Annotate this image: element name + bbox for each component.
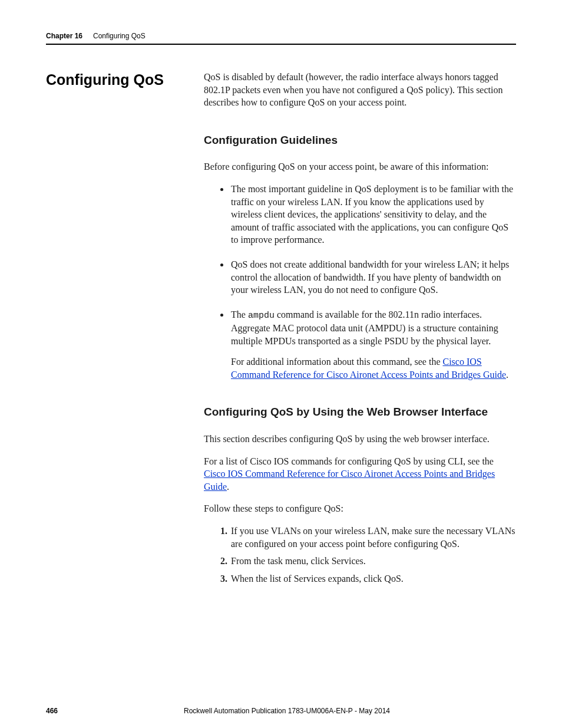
step-text: When the list of Services expands, click…: [231, 574, 404, 584]
steps-lead: Follow these steps to configure QoS:: [204, 502, 516, 515]
page-footer: 466 Rockwell Automation Publication 1783…: [46, 707, 516, 715]
step-item: If you use VLANs on your wireless LAN, m…: [230, 525, 516, 550]
list-item: QoS does not create additional bandwidth…: [230, 258, 516, 297]
section-side-heading: Configuring QoS: [46, 71, 204, 589]
list-item-text: The ampdu command is available for the 8…: [231, 308, 516, 347]
guidelines-lead: Before configuring QoS on your access po…: [204, 160, 516, 173]
footer-page-number: 466: [46, 707, 58, 715]
web-interface-intro: This section describes configuring QoS b…: [204, 433, 516, 446]
cli-reference-paragraph: For a list of Cisco IOS commands for con…: [204, 455, 516, 493]
step-item: When the list of Services expands, click…: [230, 572, 516, 585]
steps-list: If you use VLANs on your wireless LAN, m…: [204, 525, 516, 585]
running-header: Chapter 16 Configuring QoS: [46, 32, 516, 40]
guidelines-list: The most important guideline in QoS depl…: [204, 183, 516, 381]
body-column: QoS is disabled by default (however, the…: [204, 71, 516, 589]
link-cisco-ios-cmd-ref[interactable]: Cisco IOS Command Reference for Cisco Ai…: [204, 469, 495, 492]
step-item: From the task menu, click Services.: [230, 555, 516, 568]
header-rule: [46, 44, 516, 45]
footer-publication: Rockwell Automation Publication 1783-UM0…: [58, 707, 516, 715]
list-item-text: The most important guideline in QoS depl…: [231, 184, 513, 245]
subheading-configuration-guidelines: Configuration Guidelines: [204, 133, 516, 148]
document-page: Chapter 16 Configuring QoS Configuring Q…: [0, 0, 562, 728]
subheading-configuring-qos-web: Configuring QoS by Using the Web Browser…: [204, 404, 516, 420]
list-item: The most important guideline in QoS depl…: [230, 183, 516, 246]
list-item: The ampdu command is available for the 8…: [230, 308, 516, 381]
step-text: From the task menu, click Services.: [231, 556, 366, 566]
header-title: Configuring QoS: [93, 32, 146, 40]
content-grid: Configuring QoS QoS is disabled by defau…: [46, 71, 516, 589]
intro-paragraph: QoS is disabled by default (however, the…: [204, 71, 516, 109]
list-item-text: QoS does not create additional bandwidth…: [231, 259, 509, 295]
code-ampdu: ampdu: [248, 311, 275, 321]
list-item-followup: For additional information about this co…: [231, 355, 516, 381]
header-chapter: Chapter 16: [46, 32, 82, 40]
step-text: If you use VLANs on your wireless LAN, m…: [231, 526, 515, 549]
